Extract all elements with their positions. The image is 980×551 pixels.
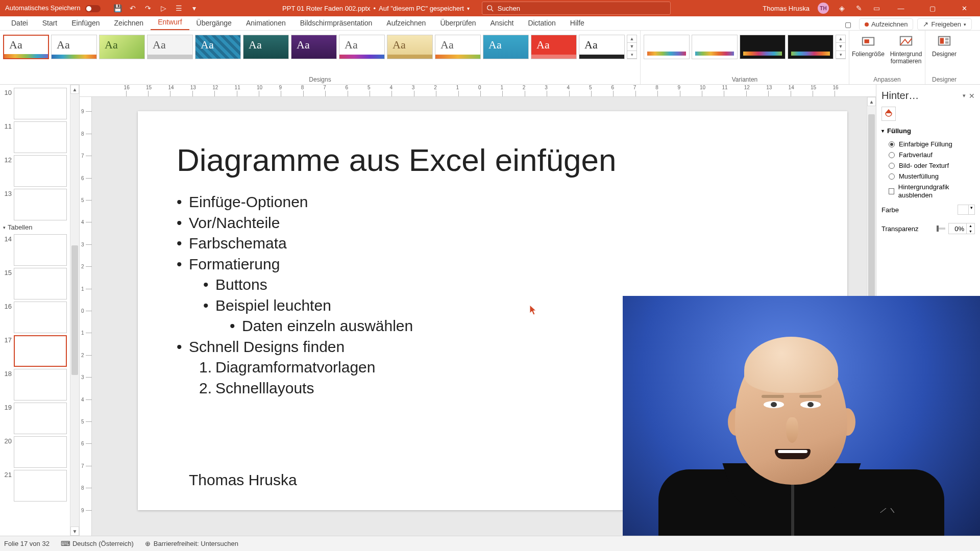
design-thumb[interactable]: Aa: [243, 35, 289, 59]
tab-ansicht[interactable]: Ansicht: [483, 17, 521, 30]
design-thumb[interactable]: Aa: [195, 35, 241, 59]
slide-body[interactable]: Einfüge-OptionenVor/NachteileFarbschemat…: [177, 192, 413, 398]
transparency-slider[interactable]: [938, 228, 945, 230]
file-name: PPT 01 Roter Faden 002.pptx: [282, 5, 370, 12]
pane-title: Hinter…: [881, 90, 960, 102]
language-button[interactable]: ⌨Deutsch (Österreich): [61, 540, 134, 547]
designs-gallery[interactable]: AaAaAaAaAaAaAaAaAaAaAaAaAa▲▼▾: [0, 31, 640, 63]
status-slide-count[interactable]: Folie 17 von 32: [4, 540, 50, 547]
close-button[interactable]: ✕: [952, 0, 976, 16]
user-name[interactable]: Thomas Hruska: [763, 5, 810, 12]
autosave-toggle[interactable]: [85, 5, 101, 12]
slide-thumbnail-list[interactable]: 10111213▾Tabellen1415161718192021: [0, 85, 70, 536]
redo-icon[interactable]: ↷: [143, 4, 153, 13]
transparency-spinner[interactable]: ▲▼: [948, 223, 975, 234]
fill-option-radio[interactable]: Bild- oder Texturf: [876, 160, 980, 171]
vertical-ruler: 9876543210123456789: [80, 97, 92, 536]
designer-button[interactable]: Designer: [925, 31, 963, 61]
tab-dictation[interactable]: Dictation: [521, 17, 562, 30]
collapse-ribbon-icon[interactable]: ▢: [842, 20, 855, 29]
slide-thumbnail[interactable]: 18: [0, 368, 69, 402]
thumbnail-scrollbar[interactable]: ▲ ▼: [70, 85, 79, 536]
tab-einfügen[interactable]: Einfügen: [64, 17, 107, 30]
pane-section-fill[interactable]: ▾Füllung: [876, 123, 980, 139]
touch-mode-icon[interactable]: ☰: [174, 4, 183, 13]
undo-icon[interactable]: ↶: [128, 4, 137, 13]
from-beginning-icon[interactable]: ▷: [159, 4, 168, 13]
slide-size-button[interactable]: Foliengröße: [849, 31, 887, 61]
slide-thumbnail[interactable]: 12: [0, 154, 69, 188]
slide-thumbnail[interactable]: 13: [0, 188, 69, 221]
pane-close-icon[interactable]: ✕: [969, 92, 975, 100]
pane-options-icon[interactable]: ▾: [963, 92, 966, 99]
user-avatar[interactable]: TH: [818, 3, 829, 14]
record-button[interactable]: Aufzeichnen: [859, 18, 914, 30]
draw-icon[interactable]: ✎: [854, 4, 864, 13]
design-thumb[interactable]: Aa: [579, 35, 625, 59]
slide-thumbnail[interactable]: 14: [0, 233, 69, 267]
hide-bg-graphics-check[interactable]: Hintergrundgrafik ausblenden: [876, 182, 980, 201]
design-thumb[interactable]: Aa: [339, 35, 385, 59]
save-icon[interactable]: 💾: [113, 4, 122, 13]
variant-thumb[interactable]: [644, 35, 690, 59]
slide-thumbnail[interactable]: 16: [0, 300, 69, 334]
variant-thumb[interactable]: [788, 35, 834, 59]
scroll-up-icon[interactable]: ▲: [867, 97, 876, 106]
slide-title[interactable]: Diagramme aus Excel einfügen: [177, 142, 617, 178]
slide-thumbnail[interactable]: 10: [0, 87, 69, 120]
accessibility-button[interactable]: ⊕Barrierefreiheit: Untersuchen: [145, 540, 238, 547]
design-thumb[interactable]: Aa: [483, 35, 529, 59]
fill-option-radio[interactable]: Farbverlauf: [876, 149, 980, 160]
share-button[interactable]: ↗Freigeben▾: [917, 18, 972, 30]
slide-thumbnail[interactable]: 19: [0, 402, 69, 435]
variant-thumb[interactable]: [692, 35, 738, 59]
design-thumb[interactable]: Aa: [99, 35, 145, 59]
section-header[interactable]: ▾Tabellen: [0, 221, 69, 233]
svg-rect-8: [945, 41, 949, 44]
autosave-toggle-group[interactable]: Automatisches Speichern: [0, 4, 106, 12]
sync-icon[interactable]: ◈: [837, 4, 846, 13]
slide-footer[interactable]: Thomas Hruska: [189, 471, 297, 489]
tab-zeichnen[interactable]: Zeichnen: [107, 17, 151, 30]
radio-icon: [889, 173, 895, 180]
svg-rect-3: [865, 39, 869, 43]
slide-thumbnail[interactable]: 15: [0, 267, 69, 300]
ribbon-mode-icon[interactable]: ▭: [872, 4, 881, 13]
format-background-button[interactable]: Hintergrund formatieren: [887, 31, 925, 68]
tab-hilfe[interactable]: Hilfe: [563, 17, 592, 30]
tab-übergänge[interactable]: Übergänge: [189, 17, 239, 30]
tab-überprüfen[interactable]: Überprüfen: [433, 17, 483, 30]
maximize-button[interactable]: ▢: [921, 0, 944, 16]
tab-datei[interactable]: Datei: [4, 17, 35, 30]
variants-more-button[interactable]: ▲▼▾: [836, 35, 846, 59]
slide-thumbnail[interactable]: 21: [0, 469, 69, 503]
design-thumb[interactable]: Aa: [435, 35, 481, 59]
fill-option-radio[interactable]: Musterfüllung: [876, 171, 980, 182]
tab-animationen[interactable]: Animationen: [239, 17, 293, 30]
tab-bildschirmpräsentation[interactable]: Bildschirmpräsentation: [293, 17, 380, 30]
gallery-more-button[interactable]: ▲▼▾: [627, 35, 637, 59]
scroll-up-icon[interactable]: ▲: [70, 85, 79, 94]
design-thumb[interactable]: Aa: [291, 35, 337, 59]
tab-entwurf[interactable]: Entwurf: [151, 16, 189, 30]
design-thumb[interactable]: Aa: [387, 35, 433, 59]
minimize-button[interactable]: —: [889, 0, 913, 16]
design-thumb[interactable]: Aa: [147, 35, 193, 59]
tab-start[interactable]: Start: [35, 17, 65, 30]
fill-option-radio[interactable]: Einfarbige Füllung: [876, 139, 980, 149]
fill-tab-icon[interactable]: [881, 107, 896, 121]
design-thumb[interactable]: Aa: [3, 35, 49, 59]
variants-gallery[interactable]: ▲▼▾: [641, 31, 849, 63]
slide-thumbnail[interactable]: 20: [0, 435, 69, 469]
variant-thumb[interactable]: [740, 35, 786, 59]
design-thumb[interactable]: Aa: [531, 35, 577, 59]
tab-aufzeichnen[interactable]: Aufzeichnen: [379, 17, 433, 30]
qat-more-icon[interactable]: ▾: [189, 4, 199, 13]
search-box[interactable]: Suchen: [482, 2, 671, 15]
design-thumb[interactable]: Aa: [51, 35, 97, 59]
scroll-down-icon[interactable]: ▼: [70, 527, 79, 536]
color-picker-button[interactable]: ▾: [958, 205, 975, 215]
slide-thumbnail[interactable]: 17: [0, 334, 69, 368]
transparency-input[interactable]: [949, 225, 966, 233]
slide-thumbnail[interactable]: 11: [0, 120, 69, 154]
